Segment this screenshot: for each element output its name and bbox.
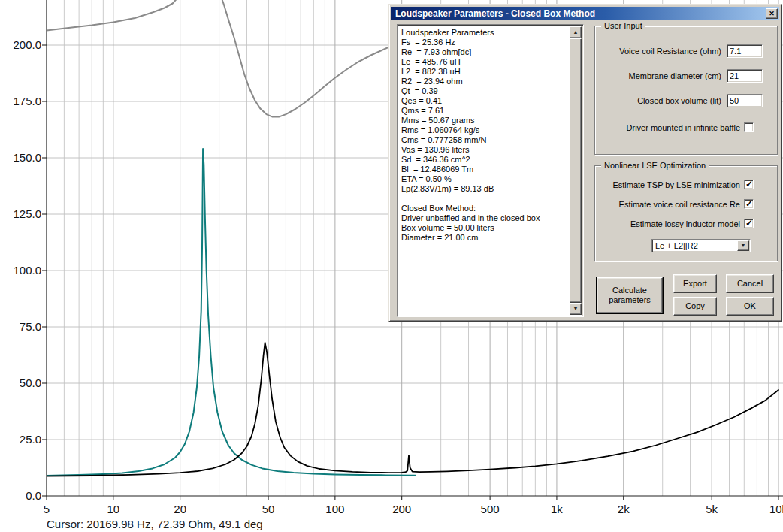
estimate-re-label: Estimate voice coil resistance Re (595, 199, 740, 210)
ok-button[interactable]: OK (726, 297, 774, 316)
close-button[interactable]: ✕ (766, 8, 778, 19)
svg-text:10k: 10k (769, 503, 783, 515)
closed-box-volume-row: Closed box volume (lit) (595, 94, 777, 107)
dialog-titlebar[interactable]: Loudspeaker Parameters - Closed Box Meth… (392, 7, 779, 20)
inductor-model-dropdown[interactable]: Le + L2||R2 ▼ (651, 239, 751, 252)
estimate-re-row: Estimate voice coil resistance Re (595, 199, 777, 210)
estimate-tsp-row: Estimate TSP by LSE minimization (595, 180, 777, 190)
svg-text:5: 5 (44, 503, 50, 515)
scrollbar-thumb[interactable] (570, 38, 582, 303)
estimate-inductor-row: Estimate lossy inductor model (595, 219, 777, 229)
inductor-model-value: Le + L2||R2 (655, 240, 736, 252)
loudspeaker-parameters-dialog: Loudspeaker Parameters - Closed Box Meth… (388, 4, 782, 322)
voice-coil-resistance-input[interactable] (727, 44, 763, 58)
nonlinear-lse-group: Nonlinear LSE Optimization Estimate TSP … (594, 165, 778, 261)
closed-box-volume-input[interactable] (727, 94, 763, 107)
svg-text:75.0: 75.0 (20, 320, 41, 333)
cancel-button[interactable]: Cancel (726, 274, 774, 293)
estimate-inductor-label: Estimate lossy inductor model (595, 219, 740, 229)
scroll-down-button[interactable]: ▼ (570, 303, 582, 315)
svg-text:10: 10 (107, 503, 119, 515)
svg-text:2k: 2k (618, 503, 630, 515)
svg-text:20: 20 (174, 503, 186, 515)
svg-text:0.0: 0.0 (26, 489, 41, 502)
arrow-down-icon: ▼ (573, 306, 579, 311)
svg-text:500: 500 (481, 503, 500, 515)
infinite-baffle-checkbox[interactable] (744, 122, 754, 132)
membrane-diameter-input[interactable] (727, 69, 763, 83)
svg-text:25.0: 25.0 (20, 433, 41, 446)
voice-coil-resistance-row: Voice coil Resistance (ohm) (595, 44, 777, 58)
svg-text:5k: 5k (706, 503, 718, 515)
closed-box-volume-label: Closed box volume (lit) (595, 94, 721, 107)
dialog-title: Loudspeaker Parameters - Closed Box Meth… (395, 8, 766, 19)
parameters-report[interactable]: Loudspeaker Parameters Fs = 25.36 Hz Re … (397, 24, 584, 317)
calculate-parameters-button[interactable]: Calculate parameters (597, 277, 663, 313)
arrow-up-icon: ▲ (573, 29, 579, 35)
export-button[interactable]: Export (673, 274, 717, 293)
svg-text:200: 200 (392, 503, 411, 515)
svg-text:1k: 1k (551, 503, 563, 515)
estimate-tsp-label: Estimate TSP by LSE minimization (595, 180, 740, 190)
svg-text:50: 50 (262, 503, 275, 515)
infinite-baffle-label: Driver mounted in infinite baffle (595, 122, 740, 133)
estimate-tsp-checkbox[interactable] (744, 180, 754, 189)
copy-button[interactable]: Copy (673, 297, 717, 316)
user-input-group: User Input Voice coil Resistance (ohm) M… (594, 26, 778, 155)
svg-text:175.0: 175.0 (13, 95, 41, 107)
membrane-diameter-row: Membrane diameter (cm) (595, 69, 777, 83)
cursor-status: Cursor: 20169.98 Hz, 72.39 Ohm, 49.1 deg (47, 518, 263, 530)
svg-text:50.0: 50.0 (20, 376, 41, 389)
estimate-inductor-checkbox[interactable] (744, 219, 754, 228)
estimate-re-checkbox[interactable] (744, 199, 754, 209)
svg-text:100.0: 100.0 (13, 264, 41, 277)
membrane-diameter-label: Membrane diameter (cm) (595, 69, 721, 83)
user-input-group-title: User Input (601, 21, 645, 31)
parameters-report-text: Loudspeaker Parameters Fs = 25.36 Hz Re … (401, 28, 567, 313)
svg-text:200.0: 200.0 (13, 38, 41, 51)
svg-text:100: 100 (325, 503, 344, 515)
voice-coil-resistance-label: Voice coil Resistance (ohm) (595, 44, 721, 58)
close-icon: ✕ (769, 10, 775, 17)
svg-text:150.0: 150.0 (13, 151, 41, 164)
infinite-baffle-row: Driver mounted in infinite baffle (595, 122, 777, 133)
svg-text:125.0: 125.0 (13, 207, 41, 220)
chevron-down-icon[interactable]: ▼ (737, 240, 749, 251)
report-scrollbar[interactable]: ▲ ▼ (570, 26, 582, 315)
limp-main-window: 51020501002005001k2k5k10k200.0175.0150.0… (0, 0, 783, 532)
scroll-up-button[interactable]: ▲ (570, 26, 582, 38)
nonlinear-lse-group-title: Nonlinear LSE Optimization (601, 161, 709, 171)
